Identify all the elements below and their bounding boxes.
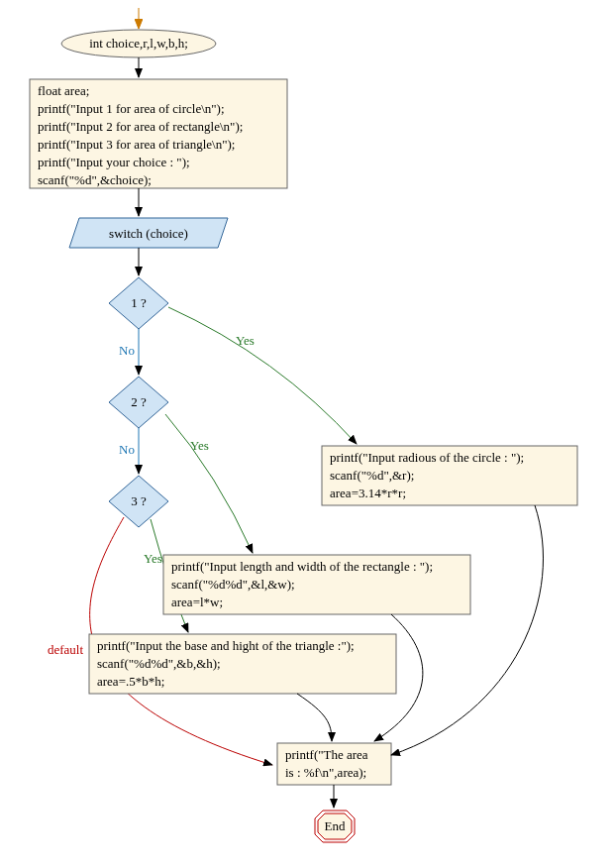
edge-case1-yes <box>168 307 357 444</box>
circle-line-0: printf("Input radious of the circle : ")… <box>330 450 524 465</box>
init-line-0: float area; <box>38 83 89 98</box>
label-case1-yes: Yes <box>236 333 255 348</box>
start-decl-text: int choice,r,l,w,b,h; <box>89 36 188 51</box>
label-case1-no: No <box>119 343 135 358</box>
switch-text: switch (choice) <box>109 226 188 241</box>
init-line-4: printf("Input your choice : "); <box>38 155 190 169</box>
case3-text: 3 ? <box>131 493 147 508</box>
circle-line-2: area=3.14*r*r; <box>330 486 406 500</box>
circle-line-1: scanf("%d",&r); <box>330 468 414 483</box>
init-line-2: printf("Input 2 for area of rectangle\n"… <box>38 119 243 134</box>
init-line-5: scanf("%d",&choice); <box>38 172 152 187</box>
label-case2-yes: Yes <box>190 438 209 453</box>
rect-line-0: printf("Input length and width of the re… <box>171 559 433 574</box>
edge-case2-yes <box>165 414 253 553</box>
end-text: End <box>325 818 346 833</box>
tri-line-1: scanf("%d%d",&b,&h); <box>97 656 221 671</box>
label-default: default <box>48 642 83 657</box>
init-line-3: printf("Input 3 for area of triangle\n")… <box>38 137 235 152</box>
case1-text: 1 ? <box>131 295 147 310</box>
tri-line-0: printf("Input the base and hight of the … <box>97 638 355 653</box>
tri-line-2: area=.5*b*h; <box>97 674 164 689</box>
case2-text: 2 ? <box>131 394 147 409</box>
rect-line-2: area=l*w; <box>171 595 223 609</box>
edge-circle-to-output <box>391 505 543 755</box>
rect-line-1: scanf("%d%d",&l,&w); <box>171 577 295 592</box>
init-line-1: printf("Input 1 for area of circle\n"); <box>38 101 225 116</box>
label-case2-no: No <box>119 442 135 457</box>
output-line-1: is : %f\n",area); <box>285 765 366 780</box>
label-case3-yes: Yes <box>144 551 162 566</box>
output-line-0: printf("The area <box>285 747 368 762</box>
edge-tri-to-output <box>297 694 332 741</box>
